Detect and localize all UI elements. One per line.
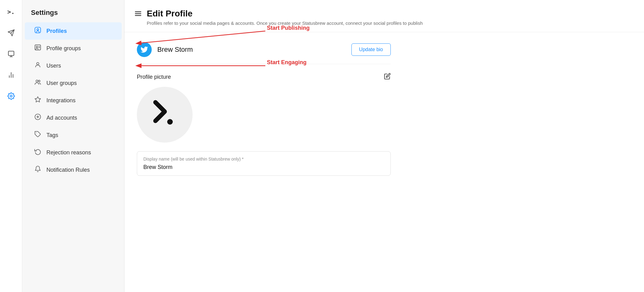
profile-picture-section: Profile picture <box>137 73 391 143</box>
sidebar-item-ad-accounts[interactable]: Ad accounts <box>25 109 122 126</box>
tags-label: Tags <box>46 132 58 139</box>
settings-title: Settings <box>22 0 124 22</box>
notification-rules-icon <box>33 166 42 174</box>
svg-point-10 <box>37 29 39 30</box>
profile-groups-label: Profile groups <box>46 45 81 52</box>
engage-icon[interactable] <box>5 48 17 60</box>
svg-rect-2 <box>8 51 14 55</box>
display-name-label: Display name (will be used within Status… <box>143 157 384 161</box>
analytics-icon[interactable] <box>5 69 17 81</box>
svg-point-15 <box>37 63 39 65</box>
header-text: Edit Profile Profiles refer to your soci… <box>147 9 423 26</box>
update-bio-button[interactable]: Update bio <box>351 43 391 56</box>
display-name-section: Display name (will be used within Status… <box>137 151 391 176</box>
profiles-label: Profiles <box>46 28 67 34</box>
profiles-icon <box>33 27 42 35</box>
svg-point-26 <box>167 119 173 125</box>
profile-picture-header: Profile picture <box>137 73 391 81</box>
user-groups-icon <box>33 79 42 87</box>
integrations-icon <box>33 96 42 105</box>
svg-point-17 <box>38 80 40 82</box>
sidebar-item-notification-rules[interactable]: Notification Rules <box>25 161 122 179</box>
ad-accounts-label: Ad accounts <box>46 115 77 121</box>
sidebar-item-user-groups[interactable]: User groups <box>25 74 122 92</box>
sidebar-item-integrations[interactable]: Integrations <box>25 92 122 109</box>
rejection-reasons-label: Rejection reasons <box>46 149 91 156</box>
sidebar: Settings Profiles Profile groups <box>22 0 124 292</box>
brand-logo <box>145 95 185 135</box>
twitter-avatar <box>137 42 152 57</box>
hamburger-icon[interactable] <box>134 10 142 19</box>
sidebar-item-tags[interactable]: Tags <box>25 126 122 144</box>
page-description: Profiles refer to your social media page… <box>147 20 423 26</box>
profile-name: Brew Storm <box>157 46 193 54</box>
svg-marker-18 <box>35 97 41 102</box>
integrations-label: Integrations <box>46 97 76 104</box>
profile-section: Brew Storm Update bio Profile picture <box>124 32 403 186</box>
profile-row-left: Brew Storm <box>137 42 193 57</box>
edit-pencil-icon[interactable] <box>384 73 391 81</box>
notification-rules-label: Notification Rules <box>46 167 90 173</box>
profile-row: Brew Storm Update bio <box>137 42 391 64</box>
sidebar-item-rejection-reasons[interactable]: Rejection reasons <box>25 144 122 161</box>
sidebar-item-profiles[interactable]: Profiles <box>25 22 122 40</box>
svg-point-8 <box>10 95 12 97</box>
user-groups-label: User groups <box>46 80 77 86</box>
ad-accounts-icon <box>33 113 42 122</box>
main-header: Edit Profile Profiles refer to your soci… <box>124 0 644 32</box>
main-content: Edit Profile Profiles refer to your soci… <box>124 0 644 292</box>
publish-icon[interactable] <box>5 27 17 39</box>
rejection-reasons-icon <box>33 148 42 157</box>
users-label: Users <box>46 63 61 69</box>
tags-icon <box>33 131 42 139</box>
display-name-value: Brew Storm <box>143 164 384 170</box>
logo-icon[interactable]: >. <box>5 6 17 18</box>
settings-icon[interactable] <box>5 90 17 102</box>
svg-point-12 <box>36 46 38 48</box>
sidebar-item-profile-groups[interactable]: Profile groups <box>25 40 122 57</box>
svg-point-16 <box>36 80 38 82</box>
sidebar-item-users[interactable]: Users <box>25 57 122 74</box>
page-title: Edit Profile <box>147 9 423 19</box>
profile-groups-icon <box>33 44 42 53</box>
users-icon <box>33 61 42 70</box>
profile-picture-circle <box>137 87 193 143</box>
profile-picture-label: Profile picture <box>137 74 171 80</box>
icon-rail: >. <box>0 0 22 292</box>
